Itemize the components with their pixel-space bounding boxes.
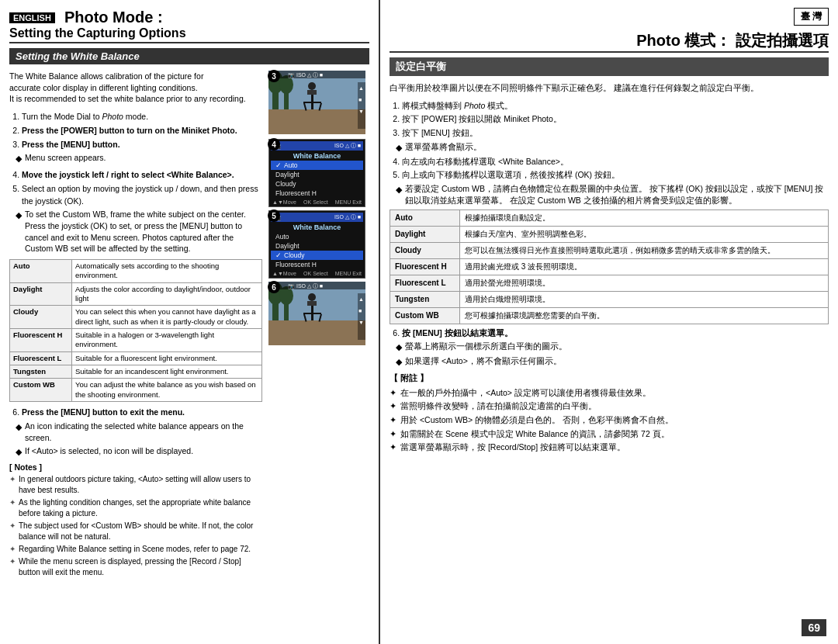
svg-point-10 <box>308 82 316 90</box>
cross-icon-4: ✦ <box>9 544 16 555</box>
svg-rect-11 <box>307 90 317 95</box>
right-step3-bullet-text: 選單螢幕將會顯示。 <box>405 141 482 153</box>
option-fluorescent-l: Fluorescent L <box>10 351 72 365</box>
left-panel: ENGLISH Photo Mode : Setting the Capturi… <box>0 0 380 644</box>
right-note-2: ✦ 當照明條件改變時，請在拍攝前設定適當的白平衡。 <box>390 400 829 412</box>
title-line1: Photo Mode : <box>64 8 163 26</box>
svg-rect-29 <box>307 301 317 306</box>
menu-item-auto[interactable]: ✓Auto <box>271 161 363 170</box>
screenshot-6: 6 📷 ISO △ ⓘ ■ ▲ <box>268 282 369 347</box>
svg-text:▼: ▼ <box>358 109 364 114</box>
menu-icons-row-5: ISO △ ⓘ ■ <box>334 213 361 221</box>
r-desc-fluorescent-l: 適用於螢光燈照明環境。 <box>460 275 829 291</box>
step-4-container: Move the joystick left / right to select… <box>9 169 262 254</box>
step5-bullet-text: To set the Custom WB, frame the white su… <box>25 209 262 254</box>
right-step5-bullet-text: 若要設定 Custom WB，請將白色物體定位在觀景圖的中央位置。 按下搖桿 (… <box>405 183 829 206</box>
content-area: The White Balance allows calibration of … <box>9 71 369 580</box>
r-option-fluorescent-h: Fluorescent H <box>390 258 460 275</box>
cross-icon-r3: ✦ <box>390 414 396 426</box>
menu-bottom-4: ▲▼Move OK Select MENU Exit <box>271 199 363 205</box>
option-tungsten: Tungsten <box>10 365 72 379</box>
step6-bullet2-text: If <Auto> is selected, no icon will be d… <box>25 445 193 457</box>
instructions: The White Balance allows calibration of … <box>9 71 262 580</box>
right-note-3: ✦ 用於 <Custom WB> 的物體必須是白色的。 否則，色彩平衡將會不自然… <box>390 414 829 426</box>
svg-text:■: ■ <box>358 308 362 313</box>
r-desc-tungsten: 適用於白熾燈照明環境。 <box>460 291 829 307</box>
menu-item-fluorescent-h-5[interactable]: Fluorescent H <box>271 260 363 269</box>
menu-box-4: 📷 ISO △ ⓘ ■ White Balance ✓Auto Daylight… <box>268 139 365 207</box>
note-4-text: Regarding White Balance setting in Scene… <box>19 544 251 555</box>
option-auto: Auto <box>10 260 72 283</box>
left-screenshots: 3 📷 <box>268 71 369 580</box>
step3-bullet-text: Menu screen appears. <box>25 152 106 164</box>
desc-cloudy: You can select this when you cannot have… <box>72 306 262 329</box>
section-header-right: 設定白平衡 <box>390 57 829 76</box>
right-step-1: 將模式轉盤轉到 Photo 模式。 <box>402 100 829 113</box>
note-4: ✦ Regarding White Balance setting in Sce… <box>9 544 262 555</box>
notes-header: [ Notes ] <box>9 462 262 472</box>
menu-top-bar-4: 📷 ISO △ ⓘ ■ <box>271 141 363 151</box>
menu-item-cloudy-5[interactable]: ✓Cloudy <box>271 251 363 260</box>
title-chinese: Photo 模式： 設定拍攝選項 <box>390 30 829 51</box>
right-note-1-text: 在一般的戶外拍攝中，<Auto> 設定將可以讓使用者獲得最佳效果。 <box>400 387 651 399</box>
menu-title-5: White Balance <box>271 223 363 232</box>
right-divider <box>390 51 829 53</box>
svg-rect-25 <box>303 313 321 314</box>
cross-icon: ✦ <box>9 474 16 485</box>
table-row: Cloudy 您可以在無法獲得日光作直接照明時選取此選項，例如稍微多雲的晴天或非… <box>390 242 829 258</box>
menu-item-daylight[interactable]: Daylight <box>271 170 363 179</box>
svg-text:▲: ▲ <box>358 85 364 91</box>
right-notes-header: 【 附註 】 <box>390 372 829 384</box>
svg-text:▲: ▲ <box>358 296 364 302</box>
option-daylight: Daylight <box>10 282 72 306</box>
right-step-3: 按下 [MENU] 按鈕。 <box>402 127 829 140</box>
r-desc-auto: 根據拍攝環境自動設定。 <box>460 209 829 226</box>
move-label: ▲▼Move <box>272 199 296 205</box>
header-divider <box>9 42 369 43</box>
r-desc-cloudy: 您可以在無法獲得日光作直接照明時選取此選項，例如稍微多雲的晴天或非常多雲的陰天。 <box>460 242 829 258</box>
steps-1-3: Turn the Mode Dial to Photo mode. Press … <box>9 111 262 164</box>
menu-item-daylight-5[interactable]: Daylight <box>271 241 363 251</box>
menu-item-cloudy[interactable]: Cloudy <box>271 179 363 189</box>
menu-item-fluorescent-h[interactable]: Fluorescent H <box>271 189 363 198</box>
note-5: ✦ While the menu screen is displayed, pr… <box>9 556 262 578</box>
step6-bullet2: ◆ If <Auto> is selected, no icon will be… <box>16 445 262 458</box>
menu-bottom-5: ▲▼Move OK Select MENU Exit <box>271 271 363 276</box>
right-note-4-text: 如需關於在 Scene 模式中設定 White Balance 的資訊，請參閱第… <box>400 428 670 440</box>
right-step5-bullet: ◆ 若要設定 Custom WB，請將白色物體定位在觀景圖的中央位置。 按下搖桿… <box>396 183 829 206</box>
scene-svg-6: 📷 ISO △ ⓘ ■ ▲ ■ ▼ <box>268 282 365 345</box>
step-num-4: 4 <box>268 138 280 151</box>
desc-fluorescent-l: Suitable for a fluorescent light environ… <box>72 351 262 365</box>
table-row: Daylight 根據白天/室內、室外照明調整色彩。 <box>390 226 829 242</box>
right-step6-bullet1-text: 螢幕上將顯示一個標示所選白平衡的圖示。 <box>405 341 567 352</box>
right-steps: 將模式轉盤轉到 Photo 模式。 按下 [POWER] 按鈕以開啟 Minik… <box>390 100 829 206</box>
left-header: ENGLISH Photo Mode : Setting the Capturi… <box>9 8 369 40</box>
r-desc-custom-wb: 您可根據拍攝環境調整您需要的白平衡。 <box>460 307 829 324</box>
table-row: Tungsten Suitable for an incandescent li… <box>10 365 262 379</box>
right-step-4: 向左或向右移動搖桿選取 <White Balance>。 <box>402 156 829 168</box>
step6-bullet1-text: An icon indicating the selected white ba… <box>25 421 262 443</box>
option-custom-wb: Custom WB <box>10 379 72 402</box>
diamond-icon-3: ◆ <box>16 421 22 433</box>
right-step6-container: 按 [MENU] 按鈕以結束選單。 ◆ 螢幕上將顯示一個標示所選白平衡的圖示。 … <box>390 327 829 368</box>
desc-tungsten: Suitable for an incandescent light envir… <box>72 365 262 379</box>
menu-item-auto-5[interactable]: Auto <box>271 232 363 241</box>
note-1: ✦ In general outdoors picture taking, <A… <box>9 474 262 496</box>
intro-text: The White Balance allows calibration of … <box>9 71 262 105</box>
table-row: Fluorescent L 適用於螢光燈照明環境。 <box>390 275 829 291</box>
right-panel: 臺 灣 Photo 模式： 設定拍攝選項 設定白平衡 白平衡用於校準圖片以便在不… <box>380 0 838 644</box>
right-step-2: 按下 [POWER] 按鈕以開啟 Miniket Photo。 <box>402 113 829 126</box>
scene-svg-3: 📷 ISO △ ⓘ ■ ▲ ■ ▼ <box>268 71 365 134</box>
desc-daylight: Adjusts the color according to daylight/… <box>72 282 262 306</box>
right-step3-bullet: ◆ 選單螢幕將會顯示。 <box>396 141 829 154</box>
notes-list: ✦ In general outdoors picture taking, <A… <box>9 474 262 578</box>
step5-bullet: ◆ To set the Custom WB, frame the white … <box>16 209 262 254</box>
r-option-cloudy: Cloudy <box>390 242 460 258</box>
english-badge: ENGLISH <box>9 12 55 23</box>
right-note-5-text: 當選單螢幕顯示時，按 [Record/Stop] 按鈕將可以結束選單。 <box>400 441 625 453</box>
right-header-top: 臺 灣 <box>390 8 829 29</box>
note-3-text: The subject used for <Custom WB> should … <box>19 521 262 542</box>
notes-section: [ Notes ] ✦ In general outdoors picture … <box>9 462 262 578</box>
right-note-2-text: 當照明條件改變時，請在拍攝前設定適當的白平衡。 <box>400 400 597 412</box>
step-num-3: 3 <box>268 70 280 82</box>
